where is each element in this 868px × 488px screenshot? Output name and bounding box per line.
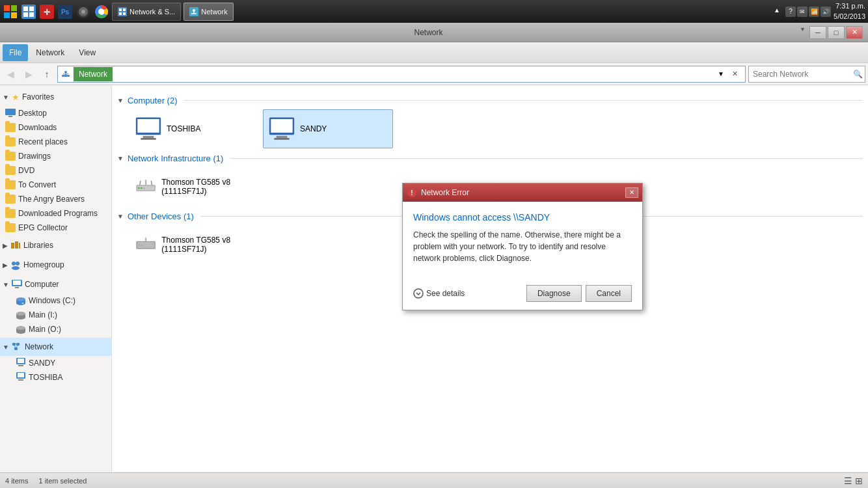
view-details-btn[interactable]: ☰ <box>844 476 852 486</box>
view-grid-btn[interactable]: ⊞ <box>855 476 863 486</box>
pc-icon-sidebar <box>16 358 26 368</box>
svg-point-28 <box>64 71 67 74</box>
folder-icon5 <box>5 180 16 189</box>
sidebar-item-recentplaces[interactable]: Recent places <box>0 135 111 149</box>
taskbar-icon1[interactable]: ✛ <box>39 4 55 20</box>
window-title: Network <box>57 28 800 37</box>
expand-btn[interactable]: ▼ <box>800 26 806 39</box>
homegroup-arrow: ▶ <box>3 262 8 269</box>
sidebar-item-desktop[interactable]: Desktop <box>0 106 111 120</box>
svg-rect-38 <box>15 241 18 249</box>
file-item-toshiba[interactable]: TOSHIBA <box>130 109 260 148</box>
file-item-router1[interactable]: Thomson TG585 v8 (1111SF71J) <box>130 167 260 206</box>
see-details-label: See details <box>426 289 465 298</box>
taskbar-ps-icon[interactable]: Ps <box>57 4 73 20</box>
svg-rect-29 <box>62 75 64 77</box>
dialog-close-button[interactable]: ✕ <box>625 187 638 198</box>
taskbar-btn2-label: Network <box>201 8 227 16</box>
computer-icon-sm <box>12 280 22 289</box>
start-button[interactable] <box>3 4 18 20</box>
menu-view[interactable]: View <box>72 44 102 61</box>
taskbar-right: ▲ ? ✉ 📶 🔊 7:31 p.m. 5/02/2013 <box>774 0 865 23</box>
tray-chevron[interactable]: ▲ <box>774 7 784 17</box>
sidebar-item-dvd[interactable]: DVD <box>0 163 111 178</box>
address-dropdown-btn[interactable]: ▼ <box>718 70 724 77</box>
router-icon1 <box>135 176 156 197</box>
minimize-button[interactable]: ─ <box>809 26 826 39</box>
svg-rect-37 <box>11 243 14 249</box>
sidebar-item-toshiba[interactable]: TOSHIBA <box>0 370 111 385</box>
cancel-button[interactable]: Cancel <box>586 285 632 302</box>
svg-point-55 <box>16 326 25 330</box>
see-details-icon <box>413 288 424 299</box>
network-address-icon <box>61 69 71 79</box>
svg-point-15 <box>81 10 85 14</box>
device1-name: Thomson TG585 v8 (1111SF71J) <box>161 236 255 254</box>
sidebar-item-angrybeavers[interactable]: The Angry Beavers <box>0 192 111 206</box>
sidebar-network-header[interactable]: ▼ Network <box>0 338 111 356</box>
svg-point-25 <box>193 9 195 12</box>
search-input[interactable] <box>753 70 850 79</box>
tray-icon-help[interactable]: ? <box>785 7 796 17</box>
menu-network[interactable]: Network <box>29 44 71 61</box>
up-button[interactable]: ↑ <box>39 66 55 82</box>
sidebar-homegroup-header[interactable]: ▶ Homegroup <box>0 256 111 274</box>
dialog-body: Windows cannot access \\SANDY Check the … <box>403 202 642 285</box>
svg-rect-30 <box>64 75 67 77</box>
sidebar-item-sandy[interactable]: SANDY <box>0 356 111 370</box>
pc-icon-sidebar2 <box>16 372 26 383</box>
taskbar-chrome-icon[interactable] <box>94 4 109 20</box>
sidebar-item-downloads[interactable]: Downloads <box>0 120 111 135</box>
favorites-label: Favorites <box>22 92 54 102</box>
sidebar-libraries-header[interactable]: ▶ Libraries <box>0 236 111 254</box>
svg-rect-35 <box>5 109 16 115</box>
tray-icon-mail[interactable]: ✉ <box>797 7 807 17</box>
svg-rect-58 <box>14 347 18 350</box>
back-button[interactable]: ◀ <box>3 66 18 82</box>
sidebar-item-maini[interactable]: Main (I:) <box>0 308 111 322</box>
sidebar-item-drawings[interactable]: Drawings <box>0 149 111 163</box>
file-item-device1[interactable]: Thomson TG585 v8 (1111SF71J) <box>130 225 260 264</box>
svg-point-49 <box>22 303 24 303</box>
address-breadcrumb[interactable]: Network <box>74 67 113 81</box>
section-arrow-netinfra[interactable]: ▼ <box>117 155 124 162</box>
tray-icon-volume[interactable]: 🔊 <box>821 7 831 17</box>
taskbar-btn-network[interactable]: Network <box>183 3 233 21</box>
tray-icon-signal[interactable]: 📶 <box>809 7 819 17</box>
sidebar-item-toconvert[interactable]: To Convert <box>0 178 111 192</box>
statusbar: 4 items 1 item selected ☰ ⊞ <box>0 472 868 488</box>
svg-rect-73 <box>277 136 288 138</box>
sidebar-item-windowsc[interactable]: Windows (C:) <box>0 293 111 308</box>
section-arrow-computer[interactable]: ▼ <box>117 97 124 104</box>
sidebar-favorites-header[interactable]: ▼ ★ Favorites <box>0 88 111 106</box>
taskbar-left: ✛ Ps <box>3 3 234 21</box>
dialog-error-text: Check the spelling of the name. Otherwis… <box>413 229 632 264</box>
sidebar-item-epgcollector[interactable]: EPG Collector <box>0 221 111 235</box>
taskbar-explorer-icon[interactable] <box>21 4 36 20</box>
menu-file[interactable]: File <box>3 44 28 61</box>
address-refresh-btn[interactable]: ✕ <box>727 66 742 82</box>
svg-rect-39 <box>19 243 20 249</box>
taskbar-icon2[interactable] <box>75 4 91 20</box>
dialog-title-left: ! Network Error <box>407 187 469 198</box>
forward-button[interactable]: ▶ <box>21 66 36 82</box>
toshiba-name: TOSHIBA <box>167 124 200 133</box>
maximize-button[interactable]: □ <box>828 26 845 39</box>
file-item-sandy[interactable]: SANDY <box>263 109 393 148</box>
section-arrow-otherdev[interactable]: ▼ <box>117 213 124 220</box>
svg-rect-22 <box>119 12 122 15</box>
diagnose-button[interactable]: Diagnose <box>526 285 582 302</box>
close-button[interactable]: ✕ <box>846 26 863 39</box>
svg-rect-0 <box>4 5 10 11</box>
sandy-name: SANDY <box>300 124 327 133</box>
sidebar-item-maino[interactable]: Main (O:) <box>0 322 111 336</box>
svg-line-80 <box>140 181 141 185</box>
window-controls: ▼ ─ □ ✕ <box>800 26 863 39</box>
svg-text:Ps: Ps <box>61 8 70 16</box>
clock[interactable]: 7:31 p.m. 5/02/2013 <box>834 1 865 21</box>
taskbar-btn-network-settings[interactable]: Network & S... <box>112 3 181 21</box>
see-details-button[interactable]: See details <box>413 288 465 299</box>
sidebar-sandy-label: SANDY <box>29 359 55 368</box>
sidebar-computer-header[interactable]: ▼ Computer <box>0 275 111 293</box>
sidebar-item-downloadedprograms[interactable]: Downloaded Programs <box>0 206 111 221</box>
